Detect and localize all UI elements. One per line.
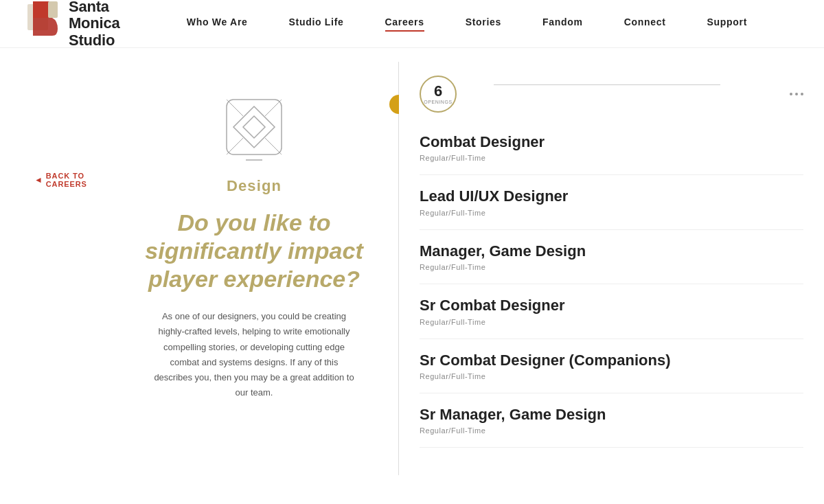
logo-text: Santa Monica Studio (69, 0, 119, 49)
job-title-2: Manager, Game Design (420, 242, 803, 260)
nav-item-fandom[interactable]: Fandom (542, 16, 583, 32)
section-headline: Do you like to significantly impact play… (137, 209, 371, 293)
yellow-accent-decoration (389, 95, 409, 114)
logo-icon (27, 0, 63, 37)
job-listings-column: 6 OPENINGS Combat Designer Regular/Full-… (398, 62, 824, 475)
job-item-2[interactable]: Manager, Game Design Regular/Full-Time (420, 230, 803, 284)
openings-label: OPENINGS (424, 100, 452, 104)
job-type-0: Regular/Full-Time (420, 154, 803, 162)
section-description: As one of our designers, you could be cr… (151, 309, 357, 400)
badge-divider-line (494, 84, 720, 85)
job-item-0[interactable]: Combat Designer Regular/Full-Time (420, 133, 803, 175)
job-title-3: Sr Combat Designer (420, 297, 803, 314)
nav-item-studio-life[interactable]: Studio Life (289, 16, 344, 32)
job-title-4: Sr Combat Designer (Companions) (420, 352, 803, 369)
svg-line-6 (227, 138, 243, 154)
svg-rect-1 (48, 1, 58, 18)
nav-item-who-we-are[interactable]: Who We Are (187, 16, 248, 32)
section-label: Design (227, 177, 282, 195)
back-to-careers-link[interactable]: ◄ BACK TO CAREERS (34, 172, 89, 188)
job-title-0: Combat Designer (420, 133, 803, 151)
openings-badge-row: 6 OPENINGS (420, 76, 803, 113)
job-item-4[interactable]: Sr Combat Designer (Companions) Regular/… (420, 339, 803, 393)
svg-line-5 (265, 138, 282, 154)
nav-item-stories[interactable]: Stories (466, 16, 501, 32)
job-type-1: Regular/Full-Time (420, 209, 803, 217)
openings-badge: 6 OPENINGS (420, 76, 457, 113)
job-list: Combat Designer Regular/Full-Time Lead U… (420, 133, 803, 448)
svg-line-3 (227, 100, 243, 116)
design-icon (209, 82, 299, 172)
job-type-5: Regular/Full-Time (420, 426, 803, 435)
openings-count: 6 (434, 84, 442, 99)
logo-line1: Santa (69, 0, 119, 15)
dot-3 (801, 93, 803, 95)
job-type-3: Regular/Full-Time (420, 318, 803, 326)
logo[interactable]: Santa Monica Studio (27, 0, 137, 49)
back-link-text: BACK TO CAREERS (46, 172, 89, 188)
nav-item-careers[interactable]: Careers (385, 16, 424, 32)
job-item-5[interactable]: Sr Manager, Game Design Regular/Full-Tim… (420, 393, 803, 448)
job-title-5: Sr Manager, Game Design (420, 406, 803, 424)
nav-item-support[interactable]: Support (707, 16, 748, 32)
badge-dots-decoration (790, 93, 803, 95)
back-arrow-icon: ◄ (34, 175, 43, 185)
job-type-2: Regular/Full-Time (420, 263, 803, 271)
nav-item-connect[interactable]: Connect (624, 16, 666, 32)
dot-1 (790, 93, 792, 95)
main-nav: Who We AreStudio LifeCareersStoriesFando… (137, 16, 797, 32)
design-section: Design Do you like to significantly impa… (110, 62, 398, 475)
dot-2 (795, 93, 798, 95)
svg-line-4 (265, 100, 282, 116)
job-item-1[interactable]: Lead UI/UX Designer Regular/Full-Time (420, 175, 803, 229)
logo-line2: Monica (69, 15, 119, 32)
job-item-3[interactable]: Sr Combat Designer Regular/Full-Time (420, 284, 803, 339)
logo-line3: Studio (69, 32, 119, 49)
job-title-1: Lead UI/UX Designer (420, 187, 803, 205)
left-sidebar: ◄ BACK TO CAREERS (0, 62, 110, 475)
job-type-4: Regular/Full-Time (420, 372, 803, 380)
